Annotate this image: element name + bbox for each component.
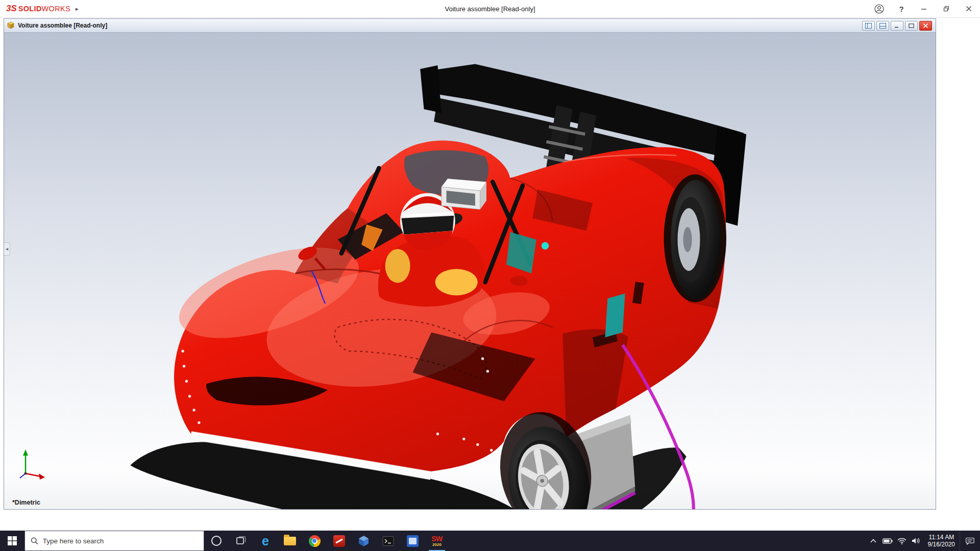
volume-icon[interactable]	[909, 531, 923, 551]
app-icon-blue-window[interactable]	[400, 531, 425, 551]
minimize-icon[interactable]	[913, 0, 935, 17]
document-title: Voiture assomblee [Read-only]	[18, 22, 107, 29]
terminal-icon[interactable]	[376, 531, 400, 551]
quarter-window	[605, 293, 625, 337]
restore-window-icon[interactable]	[935, 0, 958, 17]
taskbar: e SW 2020	[0, 531, 980, 551]
dassault-logo-glyph: 3S	[6, 4, 17, 14]
menu-expand-arrow-icon[interactable]: ▸	[76, 6, 79, 12]
solidworks-logo[interactable]: 3S SOLIDWORKS	[6, 4, 70, 14]
brand-name-solid: SOLID	[18, 5, 42, 13]
help-icon[interactable]: ?	[890, 0, 913, 17]
pane-toggle-bottom-icon[interactable]	[876, 21, 889, 31]
taskbar-search[interactable]	[24, 531, 204, 551]
action-center-icon[interactable]	[960, 531, 980, 551]
search-icon	[31, 537, 38, 545]
start-button[interactable]	[0, 531, 24, 551]
battery-icon[interactable]	[880, 531, 895, 551]
windows-logo-icon	[8, 536, 17, 545]
edge-icon[interactable]: e	[253, 531, 278, 551]
app-titlebar: 3S SOLIDWORKS ▸ Voiture assomblee [Read-…	[0, 0, 980, 18]
assembly-document-icon	[7, 21, 15, 30]
wifi-icon[interactable]	[895, 531, 909, 551]
pane-toggle-left-icon[interactable]	[862, 21, 875, 31]
clock-time: 11:14 AM	[928, 534, 955, 541]
file-explorer-icon[interactable]	[278, 531, 302, 551]
car-3d-model[interactable]	[4, 33, 936, 509]
app-window-controls: ?	[868, 0, 980, 17]
close-icon[interactable]	[958, 0, 980, 17]
solidworks-2020-icon[interactable]: SW 2020	[425, 531, 449, 551]
taskbar-clock[interactable]: 11:14 AM 9/16/2020	[923, 534, 960, 548]
document-titlebar[interactable]: Voiture assomblee [Read-only]	[4, 19, 936, 33]
rearview-mirror[interactable]	[442, 179, 486, 209]
document-window-controls	[862, 21, 933, 31]
solidworks-app-icon[interactable]	[351, 531, 376, 551]
clock-date: 9/16/2020	[928, 541, 955, 548]
doc-minimize-icon[interactable]	[891, 21, 903, 31]
system-tray: 11:14 AM 9/16/2020	[866, 531, 980, 551]
search-input[interactable]	[43, 537, 198, 545]
document-window: Voiture assomblee [Read-only]	[4, 18, 936, 510]
3d-viewport[interactable]: *Dimetric ◂	[4, 33, 936, 509]
task-view-icon[interactable]	[229, 531, 253, 551]
tray-chevron-up-icon[interactable]	[866, 531, 880, 551]
account-icon[interactable]	[868, 0, 890, 17]
doc-close-icon[interactable]	[919, 21, 932, 31]
view-orientation-label: *Dimetric	[12, 499, 40, 506]
panel-collapse-arrow-icon[interactable]: ◂	[4, 242, 10, 256]
app-icon-red-badge[interactable]	[327, 531, 351, 551]
rear-wheel-far[interactable]	[664, 174, 726, 303]
solidworks-app-window: 3S SOLIDWORKS ▸ Voiture assomblee [Read-…	[0, 0, 980, 551]
doc-maximize-icon[interactable]	[905, 21, 918, 31]
app-title: Voiture assomblee [Read-only]	[445, 5, 535, 13]
brand-name-works: WORKS	[42, 5, 70, 13]
cortana-icon[interactable]	[204, 531, 229, 551]
orientation-triad	[15, 446, 51, 483]
chrome-icon[interactable]	[302, 531, 327, 551]
